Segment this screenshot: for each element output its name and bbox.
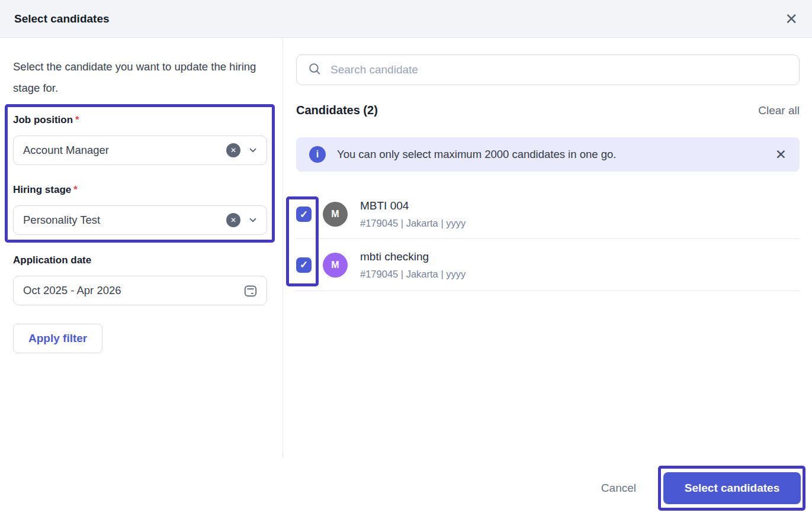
required-asterisk: *	[75, 114, 79, 125]
candidates-panel: Candidates (2) Clear all i You can only …	[283, 38, 812, 457]
candidate-row[interactable]: ✓ M MBTI 004 #179045 | Jakarta | yyyy	[296, 190, 800, 239]
calendar-icon[interactable]	[243, 283, 258, 298]
hiring-stage-select[interactable]: Personality Test ✕	[13, 205, 267, 235]
search-icon	[307, 62, 322, 79]
candidates-count-title: Candidates (2)	[296, 104, 378, 117]
candidate-name: MBTI 004	[360, 199, 466, 212]
job-position-select[interactable]: Account Manager ✕	[13, 136, 267, 165]
avatar: M	[323, 202, 348, 227]
banner-close-icon[interactable]: ✕	[775, 147, 787, 163]
application-date-label: Application date	[13, 254, 269, 266]
apply-filter-button[interactable]: Apply filter	[13, 324, 102, 353]
clear-selection-icon[interactable]: ✕	[226, 143, 240, 157]
chevron-down-icon[interactable]	[248, 215, 258, 225]
info-banner: i You can only select maximum 2000 candi…	[296, 137, 800, 172]
required-asterisk: *	[73, 184, 78, 195]
candidate-meta: #179045 | Jakarta | yyyy	[360, 218, 466, 229]
candidates-list-header: Candidates (2) Clear all	[296, 104, 800, 117]
modal-title: Select candidates	[14, 12, 110, 25]
info-banner-text: You can only select maximum 2000 candida…	[337, 148, 616, 161]
select-candidates-button[interactable]: Select candidates	[663, 472, 801, 504]
job-position-label: Job position*	[13, 114, 269, 126]
candidate-list: ✓ M MBTI 004 #179045 | Jakarta | yyyy ✓ …	[296, 190, 800, 291]
hiring-stage-label: Hiring stage*	[13, 184, 269, 196]
modal-description: Select the candidate you want to update …	[13, 56, 262, 99]
job-position-value: Account Manager	[23, 144, 226, 157]
candidate-checkbox[interactable]: ✓	[296, 207, 312, 222]
candidate-meta: #179045 | Jakarta | yyyy	[360, 269, 466, 280]
candidate-name: mbti checking	[360, 250, 466, 263]
application-date-value: Oct 2025 - Apr 2026	[23, 284, 243, 297]
search-input[interactable]	[330, 63, 788, 76]
close-icon[interactable]: ✕	[785, 11, 798, 27]
info-icon: i	[309, 146, 326, 163]
candidate-checkbox[interactable]: ✓	[296, 257, 312, 273]
modal-footer: Cancel Select candidates	[0, 457, 812, 516]
candidate-row[interactable]: ✓ M mbti checking #179045 | Jakarta | yy…	[296, 239, 800, 291]
cancel-button[interactable]: Cancel	[601, 482, 636, 495]
filter-panel: Select the candidate you want to update …	[0, 38, 283, 457]
search-box[interactable]	[296, 54, 800, 85]
clear-selection-icon[interactable]: ✕	[226, 213, 240, 227]
chevron-down-icon[interactable]	[248, 145, 258, 156]
application-date-input[interactable]: Oct 2025 - Apr 2026	[13, 276, 267, 305]
avatar: M	[323, 253, 348, 278]
clear-all-link[interactable]: Clear all	[758, 104, 800, 117]
modal-header: Select candidates ✕	[0, 0, 812, 38]
hiring-stage-value: Personality Test	[23, 214, 226, 227]
